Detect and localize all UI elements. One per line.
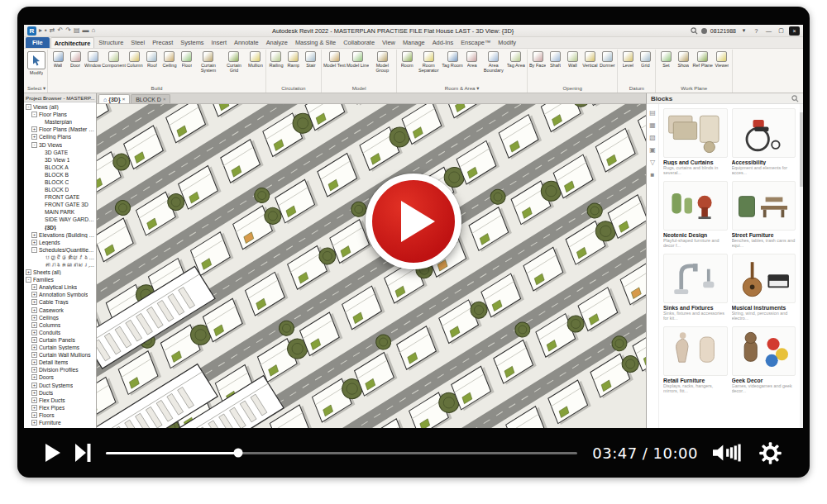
ribbon-button-set[interactable]: Set bbox=[657, 51, 674, 68]
ribbon-button-room[interactable]: Room bbox=[399, 51, 415, 68]
ribbon-tab-enscape[interactable]: Enscape™ bbox=[457, 37, 494, 48]
user-avatar-icon[interactable] bbox=[701, 28, 707, 34]
ribbon-button-curtain-system[interactable]: Curtain System bbox=[196, 51, 221, 73]
ribbon-button-model-text[interactable]: Model Text bbox=[323, 51, 346, 68]
ribbon-button-ramp[interactable]: Ramp bbox=[285, 51, 302, 68]
ribbon-button-area-boundary[interactable]: Area Boundary bbox=[481, 51, 506, 73]
tree-item-casework[interactable]: +Casework bbox=[24, 307, 96, 314]
close-button[interactable]: × bbox=[789, 26, 800, 36]
tree-item-floor-plans[interactable]: -Floor Plans bbox=[24, 111, 96, 118]
ribbon-button-viewer[interactable]: Viewer bbox=[714, 51, 730, 68]
dropdown-chevron-icon[interactable]: ▾ bbox=[739, 26, 748, 36]
play-button[interactable] bbox=[45, 444, 60, 462]
print-icon[interactable]: ▤ bbox=[74, 27, 80, 34]
view-tab-block-d[interactable]: BLOCK D× bbox=[131, 94, 170, 103]
tree-expander-icon[interactable]: + bbox=[31, 315, 37, 321]
ribbon-tab-systems[interactable]: Systems bbox=[177, 37, 207, 48]
ribbon-tab-view[interactable]: View bbox=[379, 37, 399, 48]
tree-expander-icon[interactable]: + bbox=[31, 292, 37, 297]
tree-expander-icon[interactable]: + bbox=[31, 307, 37, 313]
tree-item-ceiling-plans[interactable]: +Ceiling Plans bbox=[24, 133, 96, 140]
undo-icon[interactable]: ↶ bbox=[58, 27, 64, 34]
blocks-card-rugs-and-curtains[interactable]: Rugs and CurtainsRugs, curtains and blin… bbox=[663, 108, 728, 176]
tree-item-columns[interactable]: +Columns bbox=[24, 321, 96, 329]
help-icon[interactable]: ? bbox=[752, 26, 761, 36]
tree-item-elevations-building-el[interactable]: +Elevations (Building El... bbox=[24, 231, 96, 239]
tree-item-front-gate-3d[interactable]: FRONT GATE 3D bbox=[24, 201, 96, 208]
ribbon-button-model-group[interactable]: Model Group bbox=[370, 51, 394, 73]
tree-item-families[interactable]: -Families bbox=[24, 276, 96, 283]
tree-expander-icon[interactable]: + bbox=[31, 374, 37, 380]
tree-expander-icon[interactable]: + bbox=[31, 367, 37, 373]
decor-category-icon[interactable]: ▣ bbox=[649, 147, 656, 154]
tree-item-doors[interactable]: +Doors bbox=[24, 373, 96, 381]
tree-expander-icon[interactable]: - bbox=[26, 277, 31, 283]
tree-item-3d-gate[interactable]: 3D GATE bbox=[24, 149, 96, 156]
ribbon-tab-precast[interactable]: Precast bbox=[149, 37, 176, 48]
blocks-card-retail-furniture[interactable]: Retail FurnitureDisplays, racks, hangers… bbox=[663, 326, 728, 394]
tree-item-side-way-garden[interactable]: SIDE WAY GARDEN bbox=[24, 216, 96, 223]
tree-item-block-b[interactable]: BLOCK B bbox=[24, 171, 96, 178]
tree-expander-icon[interactable]: + bbox=[31, 412, 37, 418]
project-browser-header[interactable]: Project Browser - MASTERP... bbox=[24, 93, 96, 102]
ribbon-button-shaft[interactable]: Shaft bbox=[547, 51, 563, 68]
view-tab-3d[interactable]: ⌂{3D}× bbox=[98, 94, 130, 103]
settings-button[interactable] bbox=[759, 442, 782, 464]
ribbon-tab-collaborate[interactable]: Collaborate bbox=[340, 37, 378, 48]
tree-expander-icon[interactable]: + bbox=[31, 337, 37, 343]
tree-item-curtain-panels[interactable]: +Curtain Panels bbox=[24, 336, 96, 344]
tree-expander-icon[interactable]: + bbox=[31, 232, 37, 238]
ribbon-button-grid[interactable]: Grid bbox=[637, 51, 653, 68]
ribbon-button-ref-plane[interactable]: Ref Plane bbox=[692, 51, 713, 68]
ribbon-button-wall[interactable]: Wall bbox=[50, 51, 66, 68]
tree-expander-icon[interactable]: + bbox=[31, 322, 37, 328]
open-icon[interactable]: ▸ bbox=[39, 27, 42, 34]
ribbon-button-model-line[interactable]: Model Line bbox=[347, 51, 369, 68]
bedroom-category-icon[interactable]: ▤ bbox=[649, 110, 656, 116]
ribbon-button-mullion[interactable]: Mullion bbox=[247, 51, 264, 68]
ribbon-button-tag-area[interactable]: Tag Area bbox=[507, 51, 525, 68]
seating-category-icon[interactable]: ▦ bbox=[649, 122, 656, 129]
tree-expander-icon[interactable]: + bbox=[31, 352, 37, 358]
progress-track[interactable] bbox=[106, 452, 577, 454]
ribbon-button-floor[interactable]: Floor bbox=[179, 51, 195, 68]
tree-item-floor-plans-master-pl[interactable]: +Floor Plans (Master Pl... bbox=[24, 126, 96, 133]
tree-expander-icon[interactable]: + bbox=[26, 269, 31, 275]
ribbon-button-vertical[interactable]: Vertical bbox=[581, 51, 598, 68]
tree-expander-icon[interactable]: + bbox=[31, 420, 37, 426]
tree-item-block-a[interactable]: BLOCK A bbox=[24, 164, 96, 171]
tree-expander-icon[interactable]: + bbox=[31, 330, 37, 335]
tree-item-flex-pipes[interactable]: +Flex Pipes bbox=[24, 404, 96, 411]
tree-item-schedules-quantities[interactable]: -Schedules/Quantities (... bbox=[24, 246, 96, 254]
tree-expander-icon[interactable]: - bbox=[31, 142, 37, 148]
ribbon-tab-add-ins[interactable]: Add-Ins bbox=[429, 37, 457, 48]
tree-item-curtain-systems[interactable]: +Curtain Systems bbox=[24, 344, 96, 351]
volume-button[interactable] bbox=[713, 444, 744, 462]
tree-item-main-park[interactable]: MAIN PARK bbox=[24, 208, 96, 216]
ribbon-button-tag-room[interactable]: Tag Room bbox=[442, 51, 463, 68]
ribbon-button-window[interactable]: Window bbox=[84, 51, 101, 68]
ribbon-button-column[interactable]: Column bbox=[127, 51, 143, 68]
save-icon[interactable]: ▪ bbox=[45, 27, 47, 34]
ribbon-button-show[interactable]: Show bbox=[675, 51, 691, 68]
tree-item-3d-views[interactable]: -3D Views bbox=[24, 140, 96, 148]
ribbon-tab-annotate[interactable]: Annotate bbox=[231, 37, 262, 48]
tree-item-legends[interactable]: +Legends bbox=[24, 239, 96, 246]
tree-expander-icon[interactable]: + bbox=[31, 383, 37, 388]
blocks-card-neotenic-design[interactable]: Neotenic DesignPlayful-shaped furniture … bbox=[663, 181, 728, 249]
minimize-button[interactable]: — bbox=[764, 26, 773, 36]
ribbon-tab-modify[interactable]: Modify bbox=[495, 37, 519, 48]
big-play-button[interactable] bbox=[366, 174, 461, 269]
search-icon[interactable] bbox=[691, 27, 698, 35]
tree-item-detail-items[interactable]: +Detail Items bbox=[24, 359, 96, 366]
tree-item-analytical-links[interactable]: +Analytical Links bbox=[24, 283, 96, 291]
tree-item-duct-systems[interactable]: +Duct Systems bbox=[24, 381, 96, 388]
blocks-card-musical-instruments[interactable]: Musical InstrumentsString, wind, percuss… bbox=[732, 254, 796, 321]
tree-item-block-d[interactable]: BLOCK D bbox=[24, 186, 96, 193]
progress-knob[interactable] bbox=[233, 449, 242, 458]
tree-item-cable-trays[interactable]: +Cable Trays bbox=[24, 298, 96, 306]
ribbon-button-modify[interactable]: Modify bbox=[27, 51, 45, 75]
ribbon-tab-steel[interactable]: Steel bbox=[127, 37, 148, 48]
tree-expander-icon[interactable]: + bbox=[31, 345, 37, 350]
tree-item-front-gate[interactable]: FRONT GATE bbox=[24, 193, 96, 201]
